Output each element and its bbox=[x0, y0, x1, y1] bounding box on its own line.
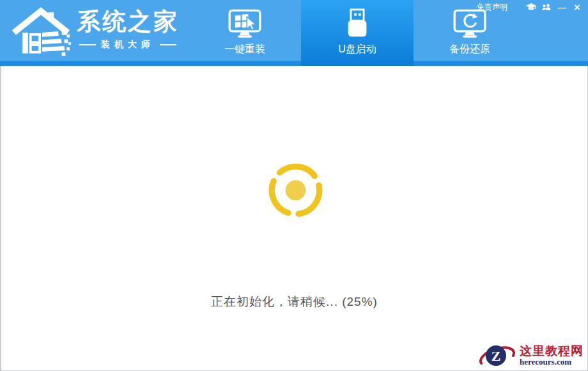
main-tabs: 一键重装 U盘启动 bbox=[189, 0, 526, 66]
status-text: 正在初始化，请稍候... (25%) bbox=[1, 294, 587, 310]
tab-label-usb-boot: U盘启动 bbox=[338, 43, 376, 56]
users-icon[interactable] bbox=[541, 3, 552, 13]
brand-text: 系统之家 装机大师 bbox=[77, 9, 179, 51]
loading-spinner-icon bbox=[266, 161, 325, 220]
graduation-cap-icon[interactable] bbox=[525, 3, 537, 13]
minimize-icon: — bbox=[558, 3, 566, 12]
house-pixels-icon bbox=[10, 4, 72, 59]
minimize-button[interactable]: — bbox=[556, 3, 568, 13]
brand: 系统之家 装机大师 bbox=[10, 4, 179, 59]
close-button[interactable]: × bbox=[571, 3, 583, 13]
app-header: 系统之家 装机大师 bbox=[0, 0, 588, 66]
usb-drive-icon bbox=[343, 7, 372, 40]
watermark: Z 这里教程网 herecours.com bbox=[476, 341, 587, 370]
brand-subtitle-row: 装机大师 bbox=[77, 39, 179, 51]
main-content: 正在初始化，请稍候... (25%) Z 这里教程网 herecours.com bbox=[0, 66, 588, 371]
tab-label-reinstall: 一键重装 bbox=[224, 43, 265, 56]
tab-usb-boot[interactable]: U盘启动 bbox=[301, 0, 414, 66]
app-window: 系统之家 装机大师 bbox=[0, 0, 588, 371]
watermark-logo-letter: Z bbox=[491, 348, 501, 364]
watermark-site-url: herecours.com bbox=[520, 358, 584, 367]
titlebar-controls: 免责声明 — × bbox=[477, 2, 583, 13]
monitor-windows-cursor-icon bbox=[228, 7, 261, 40]
watermark-site-name: 这里教程网 bbox=[520, 345, 584, 358]
tab-one-click-reinstall[interactable]: 一键重装 bbox=[189, 0, 301, 66]
subtitle-dash-right bbox=[160, 44, 176, 45]
close-icon: × bbox=[574, 3, 580, 12]
brand-title: 系统之家 bbox=[77, 9, 179, 35]
watermark-text: 这里教程网 herecours.com bbox=[520, 345, 586, 367]
brand-subtitle: 装机大师 bbox=[101, 39, 155, 51]
subtitle-dash-left bbox=[79, 44, 96, 45]
watermark-logo-icon: Z bbox=[476, 342, 518, 370]
tab-label-backup-restore: 备份还原 bbox=[449, 43, 490, 56]
disclaimer-link[interactable]: 免责声明 bbox=[477, 2, 507, 13]
